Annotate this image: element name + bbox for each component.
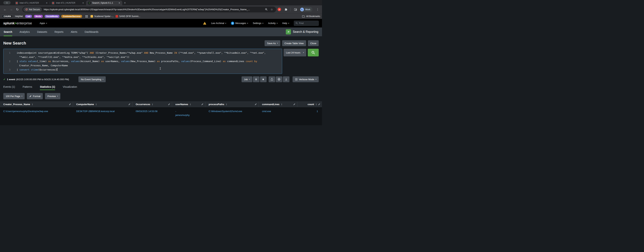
bookmark-group-media[interactable]: Media bbox=[34, 15, 43, 18]
nav-tab-dashboards[interactable]: Dashboards bbox=[85, 28, 98, 36]
pencil-icon[interactable] bbox=[128, 103, 130, 105]
extensions-puzzle-icon[interactable] bbox=[284, 7, 288, 12]
sort-icon[interactable]: ▲▼ bbox=[316, 103, 317, 105]
preview-button[interactable]: Preview ▾ bbox=[45, 93, 60, 99]
per-page-button[interactable]: 100 Per Page ▾ bbox=[3, 93, 25, 99]
run-search-button[interactable] bbox=[308, 49, 319, 56]
pause-button[interactable] bbox=[253, 76, 260, 82]
browser-tab-2[interactable]: Intel 471 | HUNTER × bbox=[50, 1, 86, 5]
nav-tab-datasets[interactable]: Datasets bbox=[37, 28, 47, 36]
pencil-icon[interactable] bbox=[293, 103, 296, 105]
warning-icon[interactable] bbox=[203, 22, 206, 25]
query-token: (Process_Command_Line) bbox=[190, 60, 223, 63]
search-mode-button[interactable]: Verbose Mode ▾ bbox=[292, 76, 319, 82]
stop-button[interactable] bbox=[260, 76, 266, 82]
all-bookmarks-button[interactable]: All Bookmarks bbox=[302, 15, 320, 18]
cell-commandlines[interactable]: cmd.exe bbox=[259, 107, 297, 125]
cell-computername[interactable]: DESKTOP-2BBWW1B.lexicorp.local bbox=[73, 107, 132, 125]
new-tab-button[interactable]: + bbox=[122, 1, 128, 5]
browser-tab-1[interactable]: Intel 471 | HUNTER × bbox=[14, 1, 50, 5]
save-as-button[interactable]: Save As ▾ bbox=[264, 40, 280, 46]
reload-icon[interactable]: ↻ bbox=[15, 7, 20, 12]
nav-tab-reports[interactable]: Reports bbox=[54, 28, 64, 36]
splunk-header-right: Lee Archinal ▾ 4 Messages ▾ Settings ▾ A… bbox=[203, 21, 319, 26]
cell-creator-process-name[interactable]: C:\Users\jamesmurphy\Desktop\w3wp.exe bbox=[0, 107, 73, 125]
activity-menu[interactable]: Activity ▾ bbox=[268, 22, 278, 25]
adblock-extension-icon[interactable]: A bbox=[278, 8, 281, 11]
bookmark-group-churn[interactable]: CHURN bbox=[2, 15, 13, 18]
sort-icon[interactable]: ▲▼ bbox=[96, 103, 97, 105]
bookmark-group-lab[interactable]: Lab bbox=[25, 15, 32, 18]
time-range-picker[interactable]: Last 24 hours ▾ bbox=[284, 49, 306, 56]
tab-close-icon[interactable]: × bbox=[45, 2, 48, 5]
tab-close-icon[interactable]: × bbox=[82, 2, 85, 5]
cell-occurrences[interactable]: 09/03/2025 14:53:08 bbox=[132, 107, 172, 125]
cell-processpaths[interactable]: C:\Windows\System32\cmd.exe bbox=[205, 107, 259, 125]
column-header-occurrences[interactable]: Occurrences ▲▼ bbox=[132, 102, 172, 107]
apps-grid-icon[interactable] bbox=[84, 14, 89, 19]
bookmark-star-icon[interactable]: ☆ bbox=[270, 7, 274, 12]
column-header-usernames[interactable]: userNames ▲▼ bbox=[172, 102, 205, 107]
bookmark-group-socialmedia[interactable]: SocialMedia bbox=[44, 15, 60, 18]
nav-tab-search[interactable]: Search bbox=[4, 28, 12, 36]
forward-icon[interactable]: → bbox=[8, 7, 14, 12]
tab-search-button[interactable] bbox=[3, 1, 10, 5]
pencil-icon[interactable] bbox=[201, 103, 204, 105]
column-header-commandlines[interactable]: commandLines ▲▼ bbox=[259, 102, 297, 107]
query-token: as bbox=[223, 60, 226, 63]
address-bar[interactable]: Not Secure ☆ bbox=[22, 7, 276, 13]
cell-count[interactable]: 1 bbox=[297, 107, 322, 125]
pencil-icon[interactable] bbox=[69, 103, 71, 105]
help-menu[interactable]: Help ▾ bbox=[282, 22, 289, 25]
column-header-count[interactable]: count ▲▼ bbox=[297, 102, 322, 107]
sort-icon[interactable]: ▲▼ bbox=[226, 103, 227, 105]
sort-icon[interactable]: ▲▼ bbox=[190, 103, 191, 105]
event-sampling-button[interactable]: No Event Sampling ▾ bbox=[78, 76, 106, 82]
pencil-icon[interactable] bbox=[168, 103, 170, 105]
column-header-creator-process-name[interactable]: Creator_Process_Name ▲▼ bbox=[0, 102, 73, 107]
tab-patterns[interactable]: Patterns bbox=[23, 85, 32, 90]
print-button[interactable] bbox=[276, 76, 282, 82]
username-value[interactable]: - bbox=[175, 109, 202, 113]
nav-tab-alerts[interactable]: Alerts bbox=[71, 28, 77, 36]
tab-close-icon[interactable]: × bbox=[118, 2, 121, 5]
tab-visualization[interactable]: Visualization bbox=[63, 85, 77, 90]
security-chip[interactable]: Not Secure bbox=[24, 7, 42, 12]
sort-icon[interactable]: ▲▼ bbox=[281, 103, 282, 105]
find-input[interactable] bbox=[299, 22, 317, 25]
share-button[interactable] bbox=[268, 76, 275, 82]
search-query-editor[interactable]: 1index=endpoint sourcetype=WinEventLog T… bbox=[3, 49, 282, 74]
browser-panel-icon[interactable] bbox=[293, 7, 298, 12]
bookmark-sans-dfir[interactable]: SANS DFIR Summi... bbox=[116, 15, 140, 18]
browser-menu-icon[interactable]: ⋮ bbox=[316, 7, 320, 12]
tab-statistics[interactable]: Statistics (1) bbox=[40, 85, 55, 90]
bookmark-scattered-spider[interactable]: Scattered Spider -... bbox=[90, 15, 114, 18]
profile-chip[interactable]: L Work bbox=[300, 7, 312, 12]
create-table-view-button[interactable]: Create Table View bbox=[282, 40, 306, 46]
find-search-box[interactable] bbox=[294, 21, 319, 26]
pencil-icon[interactable] bbox=[254, 103, 257, 105]
close-button[interactable]: Close bbox=[308, 40, 319, 46]
format-button[interactable]: Format bbox=[27, 93, 43, 99]
apps-menu[interactable]: Apps ▾ bbox=[40, 22, 47, 25]
sort-icon[interactable]: ▲▼ bbox=[32, 103, 33, 105]
column-header-processpaths[interactable]: processPaths ▲▼ bbox=[205, 102, 259, 107]
job-menu-button[interactable]: Job ▾ bbox=[242, 76, 252, 82]
nav-tab-analytics[interactable]: Analytics bbox=[20, 28, 30, 36]
export-button[interactable] bbox=[283, 76, 290, 82]
settings-menu[interactable]: Settings ▾ bbox=[253, 22, 264, 25]
column-header-computername[interactable]: ComputerName ▲▼ bbox=[73, 102, 132, 107]
user-menu[interactable]: Lee Archinal ▾ bbox=[211, 22, 226, 25]
messages-menu[interactable]: 4 Messages ▾ bbox=[231, 22, 248, 25]
username-value[interactable]: jamesmurphy bbox=[175, 113, 202, 117]
zoom-icon[interactable] bbox=[264, 7, 268, 12]
back-icon[interactable]: ← bbox=[2, 7, 8, 12]
browser-tab-active[interactable]: > Search | Splunk 9.1.1 × bbox=[86, 1, 122, 5]
sort-icon[interactable]: ▲▼ bbox=[152, 103, 153, 105]
bookmark-group-customersuccess[interactable]: CustomerSuccess bbox=[61, 15, 82, 18]
pencil-icon[interactable] bbox=[318, 103, 320, 105]
cell-usernames[interactable]: - jamesmurphy bbox=[172, 107, 205, 125]
url-input[interactable] bbox=[44, 8, 263, 11]
tab-events[interactable]: Events (1) bbox=[3, 85, 15, 90]
bookmark-helpnet[interactable]: HelpNet bbox=[15, 15, 23, 18]
